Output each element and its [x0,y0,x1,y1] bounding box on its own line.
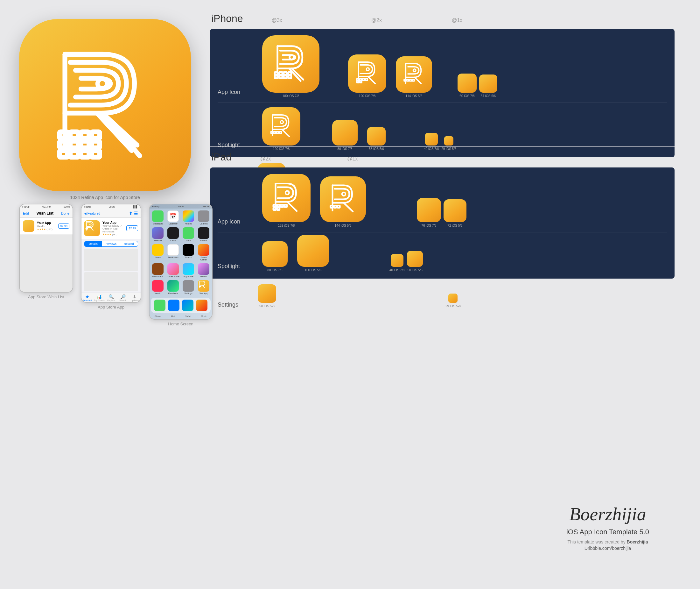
hs-app-newsstand[interactable]: Newsstand [151,263,164,277]
safari-dock-icon[interactable] [182,300,194,311]
hs-app-clock[interactable]: Clock [167,227,180,242]
appstore-content-2 [84,272,138,291]
svg-point-60 [285,191,289,195]
svg-rect-47 [271,132,273,133]
svg-point-28 [290,55,294,59]
hs-app-notes[interactable]: Notes [151,244,164,261]
wishlist-battery: 100% [64,205,70,208]
appstore-app-icon [84,220,100,236]
explore-icon: 🔍 [105,294,117,299]
hs-app-gamecenter[interactable]: Game Center [197,244,210,261]
app-icon-spotlight-58 [367,127,386,146]
wishlist-status-bar: Flarup 4:21 PM 100% [20,204,72,209]
svg-line-62 [344,203,353,212]
svg-rect-74 [199,286,200,287]
list-icon[interactable]: ☰ [134,211,138,216]
hs-app-camera[interactable]: Camera [197,210,210,225]
appstore-app-row: Your App Your Company ✓ Offers In-App Pu… [81,218,141,239]
hs-app-appstore[interactable]: App Store [182,263,195,277]
iphone-appicon-label: App Icon [218,89,253,98]
appstore-price-button[interactable]: $2.99 [126,225,138,231]
appstore-seg-details[interactable]: Details [84,241,102,246]
svg-rect-13 [81,151,89,157]
svg-rect-63 [330,206,333,208]
svg-point-71 [90,224,91,225]
camera-label: Camera [200,223,208,225]
weather-icon [152,227,163,239]
calendar-label: Calendar [168,223,178,225]
camera-icon [198,210,209,222]
icon-size-label-120-7: 120 iOS 7/8 [359,94,376,98]
svg-rect-65 [337,206,340,208]
ipad-icon-72: 72 iOS 5/6 [443,199,466,228]
ipad-settings-size-58: 58 iOS 5-8 [259,304,275,308]
svg-rect-6 [92,132,99,139]
svg-rect-42 [409,79,411,81]
music-dock-icon[interactable] [196,300,208,311]
hs-app-stocks[interactable]: Stocks [182,244,195,261]
mail-dock-icon[interactable] [168,300,180,311]
hs-app-messages[interactable]: Messages [151,210,164,225]
wishlist-app-info: Your App Health ★★★★ (197) [37,221,56,231]
hs-app-weather[interactable]: Weather [151,227,164,242]
hs-app-reminders[interactable]: Reminders [167,244,180,261]
clock-icon [167,227,179,239]
wishlist-price-button[interactable]: $2.99 [58,223,69,229]
homescreen-label: Home Screen [168,322,193,326]
appstore-seg-related[interactable]: Related [120,241,138,246]
svg-rect-23 [288,72,292,74]
hs-app-settings[interactable]: Settings [182,280,195,294]
tab-explore-label: Explore [107,299,115,302]
app-icon-57 [479,74,497,92]
reminders-icon [167,244,179,256]
appstore-nav-icons: ⬆ ☰ [129,211,138,216]
hs-app-health[interactable]: Health [151,280,164,294]
phone-dock-icon[interactable] [154,300,165,311]
hs-app-calendar[interactable]: 📅 Calendar [167,210,180,225]
wishlist-done[interactable]: Done [61,211,69,215]
svg-rect-69 [86,229,86,229]
svg-rect-40 [404,79,406,81]
hs-app-itunes[interactable]: iTunes Store [167,263,180,277]
tab-featured[interactable]: ★ Featured [81,294,93,302]
hs-app-passbook[interactable]: Passbook [167,280,180,294]
appstore-back[interactable]: ◀ Featured [84,212,100,215]
appstore-mockup: Flarup 08:27 ▌▌▌ ◀ Featured ⬆ ☰ Your App… [81,204,141,310]
svg-rect-11 [59,151,67,157]
appstore-app-dev: Your Company ✓ [102,224,124,227]
tab-top-charts[interactable]: 📊 Top Charts [93,294,105,302]
tab-featured-label: Featured [83,299,92,302]
app-icon-ipad-settings-29 [448,293,457,303]
tab-updates[interactable]: ⬇ Updates [129,294,141,302]
messages-label: Messages [153,223,163,225]
hs-app-ibooks[interactable]: iBooks [197,263,210,277]
svg-line-2 [97,113,132,151]
svg-rect-22 [284,72,287,74]
share-icon[interactable]: ⬆ [129,211,133,216]
homescreen-time: 19:51 [178,205,184,208]
tab-search[interactable]: 🔎 Search [117,294,129,302]
icon-item-57: 57 iOS 5/6 [479,74,497,98]
appstore-segment: Details Reviews Related [84,241,138,247]
svg-rect-5 [81,132,89,139]
hs-app-maps[interactable]: Maps [182,227,195,242]
main-app-icon [19,19,191,191]
appstore-label: App Store App [98,305,124,310]
appstore-tab-bar: ★ Featured 📊 Top Charts 🔍 Explore 🔎 Sear… [81,292,141,302]
hs-app-photos[interactable]: Photos [182,210,195,225]
svg-line-53 [287,202,297,211]
hs-app-yourapp[interactable]: Your App [197,280,210,294]
notes-label: Notes [155,256,161,258]
app-icon-ipad-settings-58 [258,284,276,303]
photos-icon [183,210,194,222]
hs-app-videos[interactable]: Videos [197,227,210,242]
ipad-section: iPad @2x @1x App Icon 152 iOS 7/8 144 iO… [210,147,675,313]
iphone-scale-1x: @1x [452,17,462,23]
appstore-seg-reviews[interactable]: Reviews [102,241,120,246]
svg-line-16 [110,121,140,156]
ipad-spotlight-100: 100 iOS 5/6 [297,235,329,272]
wishlist-edit[interactable]: Edit [23,211,29,215]
svg-rect-56 [281,205,283,207]
ipad-icon-144: 144 iOS 5/6 [320,176,366,228]
tab-explore[interactable]: 🔍 Explore [105,294,117,302]
